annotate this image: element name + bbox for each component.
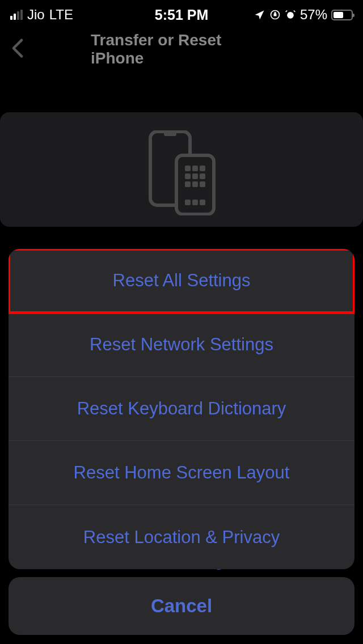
battery-percent: 57% (300, 7, 327, 23)
location-icon (254, 9, 265, 20)
status-bar: Jio LTE 5:51 PM 57% (0, 0, 363, 27)
status-time: 5:51 PM (155, 7, 208, 23)
svg-rect-5 (185, 166, 191, 171)
svg-rect-8 (185, 173, 191, 179)
reset-network-settings-option[interactable]: Reset Network Settings (9, 313, 354, 377)
svg-rect-16 (200, 200, 205, 205)
reset-home-screen-layout-option[interactable]: Reset Home Screen Layout (9, 441, 354, 505)
svg-rect-10 (200, 173, 205, 179)
status-left: Jio LTE (10, 7, 73, 23)
reset-keyboard-dictionary-option[interactable]: Reset Keyboard Dictionary (9, 377, 354, 441)
svg-rect-9 (192, 173, 198, 179)
navigation-bar: Transfer or Reset iPhone (0, 27, 363, 71)
cancel-button[interactable]: Cancel (9, 577, 354, 635)
svg-rect-14 (185, 200, 191, 205)
svg-rect-12 (192, 181, 198, 187)
action-sheet: Reset All Settings Reset Network Setting… (9, 249, 354, 635)
network-type-label: LTE (49, 7, 73, 23)
page-title: Transfer or Reset iPhone (91, 31, 272, 67)
bg-card (0, 112, 363, 227)
svg-rect-7 (200, 166, 205, 171)
back-button[interactable] (11, 38, 24, 61)
carrier-label: Jio (27, 7, 45, 23)
reset-all-settings-option[interactable]: Reset All Settings (9, 249, 354, 313)
status-right: 57% (254, 7, 353, 23)
reset-location-privacy-option[interactable]: Reset Location & Privacy (9, 505, 354, 569)
alarm-icon (285, 9, 296, 20)
orientation-lock-icon (269, 9, 281, 20)
signal-strength-icon (10, 10, 23, 20)
svg-rect-3 (164, 132, 176, 136)
svg-rect-13 (200, 181, 205, 187)
svg-rect-11 (185, 181, 191, 187)
battery-icon (331, 10, 353, 20)
devices-illustration-icon (0, 129, 363, 227)
svg-rect-15 (192, 200, 198, 205)
svg-rect-6 (192, 166, 198, 171)
svg-point-1 (287, 12, 294, 19)
action-sheet-options: Reset All Settings Reset Network Setting… (9, 249, 354, 569)
